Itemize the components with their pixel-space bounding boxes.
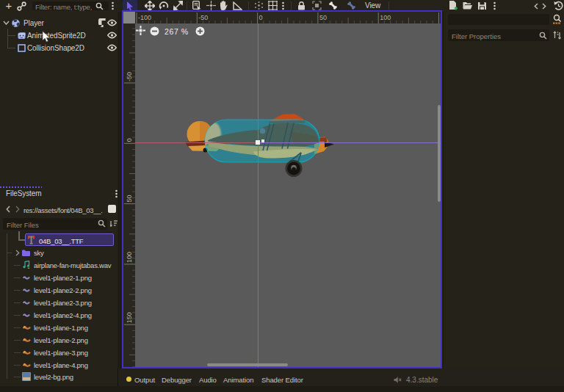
svg-text:0: 0: [126, 138, 133, 142]
svg-text:-100: -100: [138, 14, 151, 21]
svg-text:150: 150: [126, 312, 133, 323]
svg-text:50: 50: [319, 14, 327, 21]
svg-text:-50: -50: [126, 72, 133, 81]
svg-text:150: 150: [441, 14, 441, 21]
svg-text:50: 50: [126, 195, 133, 203]
svg-text:0: 0: [259, 14, 263, 21]
svg-text:-50: -50: [198, 14, 208, 21]
svg-text:100: 100: [126, 252, 133, 263]
svg-text:100: 100: [380, 14, 391, 21]
